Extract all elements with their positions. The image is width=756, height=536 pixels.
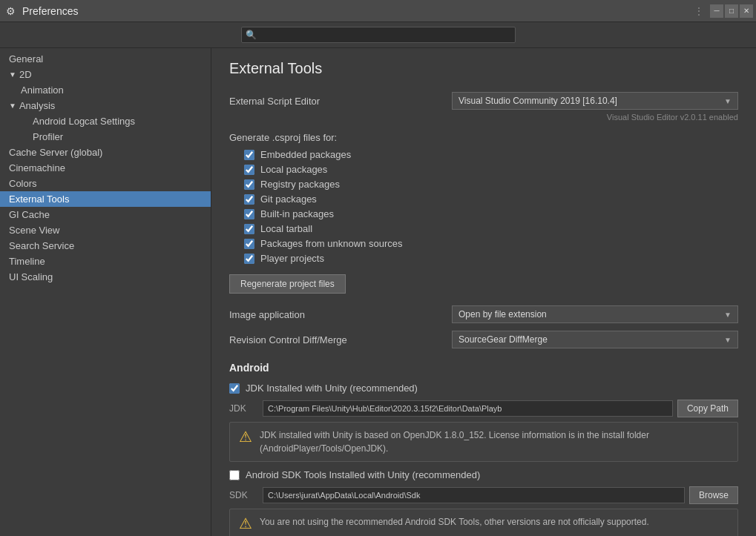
checkbox-label-local-tarball: Local tarball [260, 223, 312, 234]
search-bar: 🔍 [0, 22, 756, 48]
csproj-checkboxes: Embedded packagesLocal packagesRegistry … [244, 149, 738, 264]
regenerate-button[interactable]: Regenerate project files [229, 274, 346, 294]
preferences-icon: ⚙ [6, 5, 18, 17]
checkbox-local-tarball[interactable] [244, 224, 254, 234]
jdk-path-row: JDK Copy Path [229, 400, 738, 417]
checkbox-player-projects[interactable] [244, 254, 254, 264]
revision-control-label: Revision Control Diff/Merge [229, 334, 452, 345]
checkbox-label-builtin: Built-in packages [260, 208, 334, 219]
jdk-path-input[interactable] [263, 400, 673, 417]
checkbox-label-git: Git packages [260, 193, 317, 205]
checkbox-label-embedded: Embedded packages [260, 149, 351, 160]
search-input[interactable] [241, 27, 516, 43]
sidebar-item-analysis[interactable]: ▼Analysis [0, 98, 211, 113]
content-inner: External Tools External Script Editor Vi… [211, 48, 756, 536]
title-bar: ⚙ Preferences ⋮ ─ □ ✕ [0, 0, 756, 22]
info-icon: ⚠ [239, 429, 252, 444]
browse-button[interactable]: Browse [689, 486, 738, 504]
sdk-checkbox-row: Android SDK Tools Installed with Unity (… [229, 469, 738, 480]
sidebar-item-scene-view[interactable]: Scene View [0, 222, 211, 238]
revision-control-arrow-icon: ▼ [724, 336, 732, 344]
sidebar-item-gi-cache[interactable]: GI Cache [0, 207, 211, 222]
sidebar-item-animation[interactable]: Animation [0, 82, 211, 98]
sidebar-item-general[interactable]: General [0, 51, 211, 67]
content-area: External Tools External Script Editor Vi… [211, 48, 756, 536]
sidebar-item-label: 2D [19, 69, 32, 80]
sidebar-item-cinemachine[interactable]: Cinemachine [0, 160, 211, 176]
maximize-button[interactable]: □ [725, 4, 738, 18]
sidebar-item-label: Analysis [19, 100, 55, 111]
image-app-control: Open by file extension ▼ [452, 305, 738, 323]
script-editor-hint: Visual Studio Editor v2.0.11 enabled [229, 113, 738, 122]
image-app-value: Open by file extension [458, 309, 547, 320]
jdk-checkbox-row: JDK Installed with Unity (recommended) [229, 383, 738, 394]
more-icon[interactable]: ⋮ [694, 5, 704, 17]
jdk-checkbox-label: JDK Installed with Unity (recommended) [246, 383, 418, 394]
revision-control-value: SourceGear DiffMerge [458, 334, 548, 345]
checkbox-label-local: Local packages [260, 164, 327, 175]
checkbox-local[interactable] [244, 165, 254, 175]
sidebar: General▼2DAnimation▼AnalysisAndroid Logc… [0, 48, 211, 536]
sdk-warning-text: You are not using the recommended Androi… [260, 515, 649, 529]
sdk-warning-box: ⚠ You are not using the recommended Andr… [229, 509, 738, 536]
checkbox-registry[interactable] [244, 179, 254, 190]
sidebar-item-cache-server[interactable]: Cache Server (global) [0, 145, 211, 160]
sdk-checkbox-label: Android SDK Tools Installed with Unity (… [246, 469, 480, 480]
image-app-row: Image application Open by file extension… [229, 305, 738, 323]
sdk-checkbox[interactable] [229, 470, 240, 480]
checkbox-row-git: Git packages [244, 193, 738, 205]
jdk-checkbox[interactable] [229, 383, 240, 394]
sidebar-item-external-tools[interactable]: External Tools [0, 191, 211, 207]
revision-control-row: Revision Control Diff/Merge SourceGear D… [229, 331, 738, 348]
sidebar-item-ui-scaling[interactable]: UI Scaling [0, 269, 211, 285]
checkbox-row-embedded: Embedded packages [244, 149, 738, 160]
image-app-dropdown[interactable]: Open by file extension ▼ [452, 305, 738, 323]
jdk-info-box: ⚠ JDK installed with Unity is based on O… [229, 422, 738, 462]
script-editor-value: Visual Studio Community 2019 [16.10.4] [458, 96, 617, 106]
checkbox-unknown-sources[interactable] [244, 239, 254, 249]
sidebar-item-2d[interactable]: ▼2D [0, 67, 211, 82]
checkbox-row-builtin: Built-in packages [244, 208, 738, 219]
page-title: External Tools [229, 60, 738, 77]
sidebar-item-search-service[interactable]: Search Service [0, 238, 211, 254]
sidebar-item-profiler[interactable]: Profiler [0, 129, 211, 145]
search-icon: 🔍 [246, 30, 257, 40]
sdk-path-row: SDK Browse [229, 486, 738, 504]
revision-control-control: SourceGear DiffMerge ▼ [452, 331, 738, 348]
revision-control-dropdown[interactable]: SourceGear DiffMerge ▼ [452, 331, 738, 348]
checkbox-embedded[interactable] [244, 150, 254, 160]
copy-path-button[interactable]: Copy Path [677, 400, 738, 417]
window-controls: ⋮ ─ □ ✕ [694, 4, 756, 18]
dropdown-arrow-icon: ▼ [724, 97, 732, 105]
generate-csproj-label: Generate .csproj files for: [229, 132, 738, 143]
minimize-button[interactable]: ─ [710, 4, 723, 18]
checkbox-row-player-projects: Player projects [244, 253, 738, 264]
checkbox-label-player-projects: Player projects [260, 253, 324, 264]
sidebar-item-timeline[interactable]: Timeline [0, 254, 211, 269]
main-layout: General▼2DAnimation▼AnalysisAndroid Logc… [0, 48, 756, 536]
checkbox-row-registry: Registry packages [244, 179, 738, 190]
sdk-path-input[interactable] [263, 487, 685, 503]
checkbox-git[interactable] [244, 194, 254, 205]
close-button[interactable]: ✕ [740, 4, 753, 18]
checkbox-label-unknown-sources: Packages from unknown sources [260, 238, 402, 249]
image-app-arrow-icon: ▼ [724, 311, 732, 319]
jdk-label: JDK [229, 403, 263, 414]
search-wrap: 🔍 [241, 27, 516, 43]
checkbox-row-unknown-sources: Packages from unknown sources [244, 238, 738, 249]
script-editor-label: External Script Editor [229, 96, 452, 107]
script-editor-dropdown[interactable]: Visual Studio Community 2019 [16.10.4] ▼ [452, 92, 738, 110]
warning-icon: ⚠ [239, 516, 252, 531]
android-section-title: Android [229, 362, 738, 374]
checkbox-row-local: Local packages [244, 164, 738, 175]
checkbox-builtin[interactable] [244, 209, 254, 219]
sidebar-item-android-logcat[interactable]: Android Logcat Settings [0, 113, 211, 129]
sidebar-item-colors[interactable]: Colors [0, 176, 211, 191]
script-editor-row: External Script Editor Visual Studio Com… [229, 92, 738, 110]
sdk-label: SDK [229, 490, 263, 500]
checkbox-label-registry: Registry packages [260, 179, 340, 190]
toggle-arrow-icon: ▼ [9, 102, 16, 110]
jdk-info-text: JDK installed with Unity is based on Ope… [260, 429, 729, 455]
window-title: Preferences [22, 5, 78, 17]
toggle-arrow-icon: ▼ [9, 70, 16, 79]
